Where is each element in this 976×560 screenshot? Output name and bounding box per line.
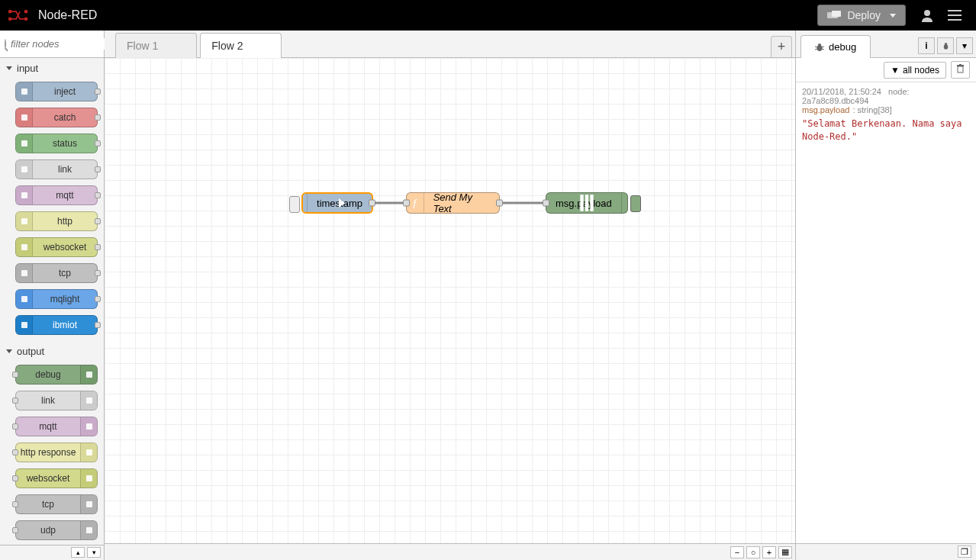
svg-rect-18 bbox=[86, 397, 92, 404]
view-map-button[interactable]: ▦ bbox=[778, 546, 792, 558]
add-flow-button[interactable]: + bbox=[771, 36, 792, 57]
svg-line-33 bbox=[815, 49, 817, 50]
node-type-icon bbox=[16, 290, 33, 308]
debug-tab[interactable]: debug bbox=[800, 35, 871, 58]
palette-node-link[interactable]: link bbox=[15, 391, 98, 410]
debug-filter-button[interactable]: ▼ all nodes bbox=[884, 62, 946, 79]
chevron-down-icon bbox=[6, 66, 12, 70]
input-port[interactable] bbox=[403, 200, 410, 207]
user-icon[interactable] bbox=[913, 0, 941, 31]
palette-node-label: ibmiot bbox=[33, 320, 97, 330]
palette-node-inject[interactable]: inject bbox=[15, 82, 98, 101]
palette-node-tcp[interactable]: tcp bbox=[15, 494, 98, 514]
palette-node-label: tcp bbox=[16, 499, 80, 510]
flow-tab-flow-2[interactable]: Flow 2 bbox=[200, 33, 282, 58]
sidebar-dropdown-button[interactable]: ▾ bbox=[956, 37, 973, 54]
category-header-input[interactable]: input bbox=[0, 58, 104, 79]
palette-port bbox=[95, 218, 101, 224]
category-header-output[interactable]: output bbox=[0, 341, 104, 362]
sidebar-debug-button[interactable] bbox=[937, 37, 954, 54]
svg-rect-37 bbox=[958, 66, 963, 72]
svg-rect-27 bbox=[585, 195, 588, 211]
wire-layer bbox=[105, 58, 795, 543]
palette-node-label: link bbox=[33, 164, 97, 175]
debug-sidebar: debug i ▾ ▼ all nodes 20/11/2018, 21:50:… bbox=[795, 31, 976, 560]
zoom-in-button[interactable]: + bbox=[762, 546, 776, 558]
palette-node-debug[interactable]: debug bbox=[15, 365, 98, 385]
palette-sidebar: inputinjectcatchstatuslinkmqtthttpwebsoc… bbox=[0, 31, 105, 560]
debug-msg-type: : string[38] bbox=[852, 105, 891, 114]
palette-node-label: mqtt bbox=[16, 421, 80, 432]
output-port[interactable] bbox=[496, 200, 503, 207]
palette-node-label: udp bbox=[16, 525, 80, 536]
svg-point-30 bbox=[818, 43, 821, 47]
node-type-icon bbox=[80, 469, 97, 488]
palette-port bbox=[95, 322, 101, 328]
debug-log[interactable]: 20/11/2018, 21:50:24 node: 2a7a8c89.dbc4… bbox=[796, 82, 976, 543]
canvas[interactable]: timestamp ƒ Send My Text msg.payload bbox=[105, 58, 795, 543]
palette-node-mqlight[interactable]: mqlight bbox=[15, 289, 98, 309]
workspace: Flow 1Flow 2 + timestamp bbox=[105, 31, 795, 560]
svg-line-31 bbox=[815, 47, 817, 47]
clear-debug-button[interactable] bbox=[951, 61, 970, 79]
svg-rect-22 bbox=[86, 501, 92, 507]
palette-port bbox=[95, 166, 101, 172]
chevron-down-icon bbox=[890, 14, 896, 18]
flow-tab-flow-1[interactable]: Flow 1 bbox=[115, 33, 197, 58]
node-type-icon bbox=[16, 212, 33, 230]
svg-line-32 bbox=[822, 47, 824, 47]
menu-button[interactable] bbox=[941, 0, 968, 31]
palette-collapse-button[interactable]: ▴ bbox=[71, 547, 85, 558]
svg-rect-10 bbox=[21, 166, 27, 172]
debug-toggle-button[interactable] bbox=[630, 195, 641, 212]
node-type-icon bbox=[16, 186, 33, 204]
palette-node-udp[interactable]: udp bbox=[15, 520, 98, 540]
svg-rect-5 bbox=[832, 11, 841, 17]
palette-port bbox=[95, 296, 101, 302]
svg-rect-16 bbox=[21, 322, 27, 328]
svg-point-6 bbox=[924, 10, 930, 16]
chevron-down-icon bbox=[6, 349, 12, 353]
node-type-icon bbox=[80, 417, 97, 436]
svg-rect-12 bbox=[21, 218, 27, 224]
palette-node-websocket[interactable]: websocket bbox=[15, 468, 98, 488]
palette-list[interactable]: inputinjectcatchstatuslinkmqtthttpwebsoc… bbox=[0, 58, 104, 545]
palette-node-http[interactable]: http bbox=[15, 211, 98, 231]
open-window-button[interactable]: ❐ bbox=[958, 546, 971, 558]
sidebar-info-button[interactable]: i bbox=[918, 37, 935, 54]
svg-point-36 bbox=[944, 43, 946, 45]
palette-node-catch[interactable]: catch bbox=[15, 108, 98, 127]
palette-node-label: tcp bbox=[33, 268, 97, 278]
palette-node-tcp[interactable]: tcp bbox=[15, 263, 98, 283]
inject-icon bbox=[303, 194, 308, 212]
flow-tabs: Flow 1Flow 2 + bbox=[105, 31, 795, 58]
output-port[interactable] bbox=[369, 200, 375, 207]
deploy-button[interactable]: Deploy bbox=[817, 5, 906, 26]
svg-point-1 bbox=[8, 17, 12, 21]
palette-node-mqtt[interactable]: mqtt bbox=[15, 417, 98, 436]
svg-rect-26 bbox=[580, 195, 583, 211]
sidebar-footer: ❐ bbox=[796, 543, 976, 560]
palette-expand-button[interactable]: ▾ bbox=[87, 547, 101, 558]
palette-node-http-response[interactable]: http response bbox=[15, 443, 98, 462]
palette-port bbox=[12, 501, 18, 507]
palette-port bbox=[12, 449, 18, 455]
svg-rect-23 bbox=[86, 527, 92, 533]
flow-node-function[interactable]: ƒ Send My Text bbox=[406, 192, 500, 214]
node-type-icon bbox=[80, 443, 97, 462]
flow-node-debug[interactable]: msg.payload bbox=[546, 192, 628, 214]
svg-rect-9 bbox=[21, 140, 27, 146]
palette-node-ibmiot[interactable]: ibmiot bbox=[15, 315, 98, 335]
palette-node-mqtt[interactable]: mqtt bbox=[15, 185, 98, 205]
palette-node-label: mqlight bbox=[33, 294, 97, 304]
inject-trigger-button[interactable] bbox=[289, 196, 300, 213]
svg-rect-17 bbox=[86, 372, 92, 378]
zoom-reset-button[interactable]: ○ bbox=[746, 546, 760, 558]
svg-rect-13 bbox=[21, 244, 27, 250]
palette-node-link[interactable]: link bbox=[15, 159, 98, 179]
zoom-out-button[interactable]: − bbox=[730, 546, 744, 558]
flow-node-label: Send My Text bbox=[424, 191, 499, 214]
palette-node-status[interactable]: status bbox=[15, 134, 98, 153]
palette-node-websocket[interactable]: websocket bbox=[15, 237, 98, 257]
flow-node-inject[interactable]: timestamp bbox=[301, 192, 373, 214]
